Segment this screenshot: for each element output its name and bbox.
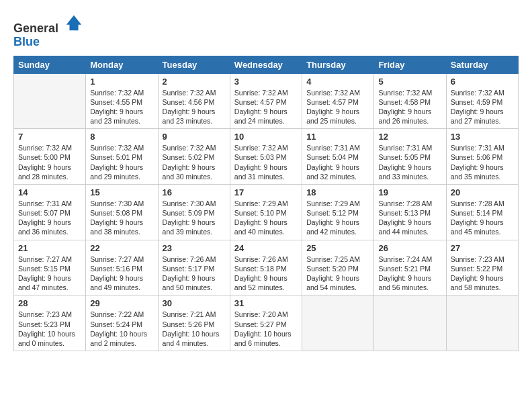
day-info: Sunrise: 7:31 AMSunset: 5:04 PMDaylight:… [306,143,369,181]
day-number: 16 [163,187,226,197]
day-number: 13 [451,132,514,142]
day-info: Sunrise: 7:28 AMSunset: 5:14 PMDaylight:… [451,199,514,237]
calendar-cell: 5Sunrise: 7:32 AMSunset: 4:58 PMDaylight… [374,73,446,129]
logo-icon [64,13,83,32]
day-number: 17 [234,187,298,197]
day-number: 29 [90,298,153,308]
day-info: Sunrise: 7:32 AMSunset: 5:01 PMDaylight:… [90,143,153,181]
calendar-cell: 6Sunrise: 7:32 AMSunset: 4:59 PMDaylight… [446,73,518,129]
calendar-cell: 11Sunrise: 7:31 AMSunset: 5:04 PMDayligh… [302,129,374,185]
col-header-thursday: Thursday [302,56,374,73]
day-info: Sunrise: 7:21 AMSunset: 5:26 PMDaylight:… [163,310,226,348]
calendar-cell: 13Sunrise: 7:31 AMSunset: 5:06 PMDayligh… [446,129,518,185]
calendar-cell: 14Sunrise: 7:31 AMSunset: 5:07 PMDayligh… [14,184,86,240]
calendar-cell: 4Sunrise: 7:32 AMSunset: 4:57 PMDaylight… [302,73,374,129]
day-number: 7 [18,132,81,142]
day-number: 1 [90,77,153,87]
day-number: 6 [451,77,514,87]
calendar-cell: 24Sunrise: 7:26 AMSunset: 5:18 PMDayligh… [230,240,302,295]
day-number: 31 [234,298,298,308]
calendar-cell [302,295,374,351]
day-info: Sunrise: 7:31 AMSunset: 5:07 PMDaylight:… [18,199,81,237]
col-header-wednesday: Wednesday [230,56,302,73]
calendar-cell: 16Sunrise: 7:30 AMSunset: 5:09 PMDayligh… [158,184,230,240]
calendar-cell: 19Sunrise: 7:28 AMSunset: 5:13 PMDayligh… [374,184,446,240]
calendar-cell: 17Sunrise: 7:29 AMSunset: 5:10 PMDayligh… [230,184,302,240]
week-row-4: 21Sunrise: 7:27 AMSunset: 5:15 PMDayligh… [14,240,519,295]
header: General Blue [13,13,519,49]
calendar-cell [14,73,86,129]
day-number: 23 [163,243,226,253]
day-number: 4 [306,77,369,87]
day-info: Sunrise: 7:27 AMSunset: 5:15 PMDaylight:… [18,255,81,293]
day-info: Sunrise: 7:22 AMSunset: 5:24 PMDaylight:… [90,310,153,348]
calendar-cell [374,295,446,351]
page: General Blue SundayMondayTuesdayWednesda… [0,0,532,411]
day-info: Sunrise: 7:32 AMSunset: 4:55 PMDaylight:… [90,88,153,126]
day-number: 8 [90,132,153,142]
calendar-cell: 22Sunrise: 7:27 AMSunset: 5:16 PMDayligh… [86,240,158,295]
calendar-header-row: SundayMondayTuesdayWednesdayThursdayFrid… [14,56,519,73]
logo: General Blue [13,13,83,49]
day-info: Sunrise: 7:32 AMSunset: 5:03 PMDaylight:… [234,143,298,181]
calendar-cell: 1Sunrise: 7:32 AMSunset: 4:55 PMDaylight… [86,73,158,129]
calendar-cell: 18Sunrise: 7:29 AMSunset: 5:12 PMDayligh… [302,184,374,240]
day-info: Sunrise: 7:32 AMSunset: 4:57 PMDaylight:… [306,88,369,126]
day-info: Sunrise: 7:25 AMSunset: 5:20 PMDaylight:… [306,255,369,293]
day-number: 2 [163,77,226,87]
day-number: 10 [234,132,298,142]
day-info: Sunrise: 7:32 AMSunset: 4:56 PMDaylight:… [163,88,226,126]
calendar-cell: 12Sunrise: 7:31 AMSunset: 5:05 PMDayligh… [374,129,446,185]
day-info: Sunrise: 7:32 AMSunset: 5:00 PMDaylight:… [18,143,81,181]
day-info: Sunrise: 7:28 AMSunset: 5:13 PMDaylight:… [378,199,441,237]
day-number: 9 [163,132,226,142]
logo-general-text: General [13,21,58,35]
calendar-cell: 15Sunrise: 7:30 AMSunset: 5:08 PMDayligh… [86,184,158,240]
day-info: Sunrise: 7:32 AMSunset: 4:59 PMDaylight:… [451,88,514,126]
col-header-monday: Monday [86,56,158,73]
calendar-cell [446,295,518,351]
day-info: Sunrise: 7:32 AMSunset: 4:58 PMDaylight:… [378,88,441,126]
day-info: Sunrise: 7:31 AMSunset: 5:05 PMDaylight:… [378,143,441,181]
day-info: Sunrise: 7:20 AMSunset: 5:27 PMDaylight:… [234,310,298,348]
day-number: 18 [306,187,369,197]
calendar-cell: 3Sunrise: 7:32 AMSunset: 4:57 PMDaylight… [230,73,302,129]
day-info: Sunrise: 7:29 AMSunset: 5:10 PMDaylight:… [234,199,298,237]
logo-blue-text: Blue [13,35,40,48]
day-number: 30 [163,298,226,308]
day-info: Sunrise: 7:29 AMSunset: 5:12 PMDaylight:… [306,199,369,237]
day-number: 26 [378,243,441,253]
day-info: Sunrise: 7:24 AMSunset: 5:21 PMDaylight:… [378,255,441,293]
calendar-cell: 21Sunrise: 7:27 AMSunset: 5:15 PMDayligh… [14,240,86,295]
day-number: 5 [378,77,441,87]
day-info: Sunrise: 7:23 AMSunset: 5:22 PMDaylight:… [451,255,514,293]
calendar-cell: 29Sunrise: 7:22 AMSunset: 5:24 PMDayligh… [86,295,158,351]
calendar-cell: 20Sunrise: 7:28 AMSunset: 5:14 PMDayligh… [446,184,518,240]
day-number: 24 [234,243,298,253]
day-info: Sunrise: 7:32 AMSunset: 4:57 PMDaylight:… [234,88,298,126]
calendar-cell: 31Sunrise: 7:20 AMSunset: 5:27 PMDayligh… [230,295,302,351]
day-number: 3 [234,77,298,87]
calendar-cell: 7Sunrise: 7:32 AMSunset: 5:00 PMDaylight… [14,129,86,185]
calendar-cell: 25Sunrise: 7:25 AMSunset: 5:20 PMDayligh… [302,240,374,295]
day-info: Sunrise: 7:26 AMSunset: 5:17 PMDaylight:… [163,255,226,293]
day-info: Sunrise: 7:27 AMSunset: 5:16 PMDaylight:… [90,255,153,293]
day-info: Sunrise: 7:26 AMSunset: 5:18 PMDaylight:… [234,255,298,293]
day-number: 25 [306,243,369,253]
day-info: Sunrise: 7:30 AMSunset: 5:08 PMDaylight:… [90,199,153,237]
calendar-cell: 28Sunrise: 7:23 AMSunset: 5:23 PMDayligh… [14,295,86,351]
week-row-2: 7Sunrise: 7:32 AMSunset: 5:00 PMDaylight… [14,129,519,185]
day-number: 28 [18,298,81,308]
week-row-5: 28Sunrise: 7:23 AMSunset: 5:23 PMDayligh… [14,295,519,351]
day-number: 14 [18,187,81,197]
week-row-3: 14Sunrise: 7:31 AMSunset: 5:07 PMDayligh… [14,184,519,240]
day-number: 21 [18,243,81,253]
calendar-cell: 27Sunrise: 7:23 AMSunset: 5:22 PMDayligh… [446,240,518,295]
day-info: Sunrise: 7:32 AMSunset: 5:02 PMDaylight:… [163,143,226,181]
calendar-table: SundayMondayTuesdayWednesdayThursdayFrid… [13,56,519,351]
day-info: Sunrise: 7:31 AMSunset: 5:06 PMDaylight:… [451,143,514,181]
day-number: 20 [451,187,514,197]
day-info: Sunrise: 7:23 AMSunset: 5:23 PMDaylight:… [18,310,81,348]
calendar-cell: 2Sunrise: 7:32 AMSunset: 4:56 PMDaylight… [158,73,230,129]
calendar-cell: 26Sunrise: 7:24 AMSunset: 5:21 PMDayligh… [374,240,446,295]
